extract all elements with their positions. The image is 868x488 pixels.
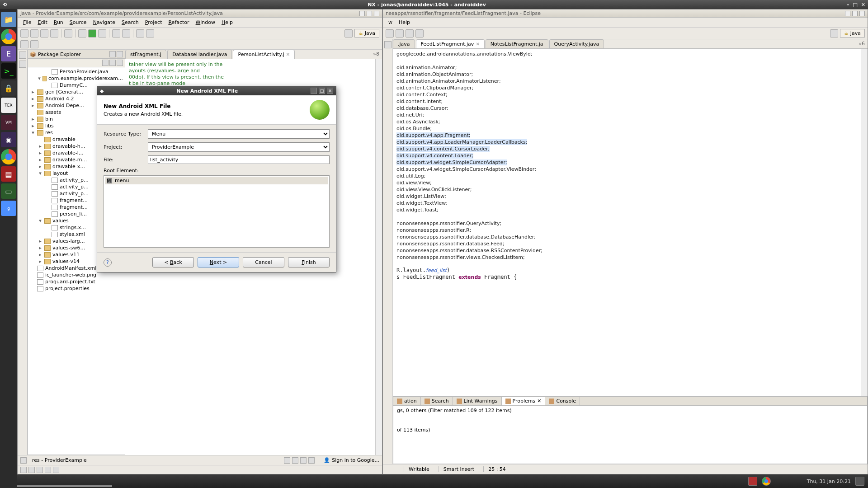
sb-i2[interactable] bbox=[292, 457, 298, 464]
launcher-eclipse-icon[interactable]: ◉ bbox=[1, 132, 16, 147]
tray-logout-icon[interactable] bbox=[855, 477, 864, 486]
back-button[interactable]: < Back bbox=[152, 257, 194, 267]
pe-max-icon[interactable] bbox=[117, 51, 123, 57]
menu-run[interactable]: Run bbox=[51, 19, 66, 26]
tb-save-icon[interactable] bbox=[30, 29, 38, 38]
rvbtn-1[interactable] bbox=[384, 41, 392, 48]
dialog-min-icon[interactable]: – bbox=[311, 88, 317, 94]
vbtn-1[interactable] bbox=[19, 52, 26, 59]
tree-item[interactable]: project.properties bbox=[28, 285, 125, 292]
dialog-max-icon[interactable]: □ bbox=[319, 88, 325, 94]
editor-tab[interactable]: .java bbox=[393, 39, 415, 48]
eclipse-left-wincontrols[interactable] bbox=[359, 11, 379, 16]
tbr-2[interactable] bbox=[396, 29, 404, 38]
persp-open-r-icon[interactable] bbox=[830, 29, 838, 38]
status-signin[interactable]: Sign in to Google... bbox=[332, 457, 379, 463]
resource-type-select[interactable]: Menu bbox=[148, 129, 330, 139]
launcher-vm-icon[interactable]: VM bbox=[1, 115, 16, 130]
tb-back-icon[interactable] bbox=[20, 40, 28, 48]
pe-collapse-icon[interactable] bbox=[102, 60, 108, 66]
launcher-translate-icon[interactable]: g bbox=[1, 201, 16, 216]
editor-right[interactable]: googlecode.androidannotations.annotation… bbox=[393, 49, 868, 396]
editor-right-scrollbar[interactable] bbox=[861, 49, 868, 396]
menu-project[interactable]: Project bbox=[142, 19, 165, 26]
tb-runlast-icon[interactable] bbox=[98, 29, 106, 38]
tb-run-icon[interactable] bbox=[88, 29, 96, 38]
pe-link-icon[interactable] bbox=[109, 60, 116, 66]
tb-newpkg-icon[interactable] bbox=[112, 29, 120, 38]
sb2-i5[interactable] bbox=[53, 467, 59, 473]
persp-java[interactable]: ☕Java bbox=[354, 29, 379, 38]
tab-overflow[interactable]: »8 bbox=[370, 50, 382, 59]
finish-button[interactable]: Finish bbox=[288, 257, 330, 267]
sb2-i1[interactable] bbox=[20, 467, 27, 473]
nx-window-controls[interactable]: –□✕ bbox=[847, 2, 865, 8]
menu-file[interactable]: File bbox=[20, 19, 34, 26]
launcher-chrome2-icon[interactable] bbox=[1, 149, 16, 164]
menu-w[interactable]: w bbox=[386, 19, 395, 26]
tab-close-icon[interactable]: ✕ bbox=[476, 42, 479, 47]
menu-help[interactable]: Help bbox=[219, 19, 236, 26]
menu-help[interactable]: Help bbox=[396, 19, 413, 26]
tb-build-icon[interactable] bbox=[64, 29, 72, 38]
persp-java-r[interactable]: ☕Java bbox=[840, 29, 865, 38]
sb2-i4[interactable] bbox=[45, 467, 51, 473]
tb-saveall-icon[interactable] bbox=[40, 29, 48, 38]
project-select[interactable]: ProviderExample bbox=[148, 142, 330, 152]
tree-item[interactable]: proguard-project.txt bbox=[28, 278, 125, 285]
menu-refactor[interactable]: Refactor bbox=[165, 19, 192, 26]
menu-source[interactable]: Source bbox=[67, 19, 90, 26]
root-element-list[interactable]: Mmenu bbox=[104, 175, 330, 248]
editor-tab[interactable]: QueryActivity.java bbox=[549, 39, 604, 48]
problems-body[interactable]: gs, 0 others (Filter matched 109 of 122 … bbox=[393, 406, 867, 464]
launcher-chrome-icon[interactable] bbox=[1, 29, 16, 44]
tbr-3[interactable] bbox=[406, 29, 414, 38]
menu-navigate[interactable]: Navigate bbox=[90, 19, 118, 26]
tb-new-icon[interactable] bbox=[20, 29, 28, 38]
eclipse-right-wincontrols[interactable] bbox=[845, 11, 865, 16]
persp-open-icon[interactable] bbox=[344, 29, 353, 38]
bottom-tab-console[interactable]: Console bbox=[545, 397, 580, 405]
bottom-tab-problems[interactable]: Problems ✕ bbox=[502, 397, 546, 405]
sb2-i2[interactable] bbox=[28, 467, 35, 473]
tb-newclass-icon[interactable] bbox=[122, 29, 130, 38]
pe-menu-icon[interactable] bbox=[117, 60, 123, 66]
launcher-monitor-icon[interactable]: ▭ bbox=[1, 183, 16, 199]
tbr-4[interactable] bbox=[415, 29, 424, 38]
next-button[interactable]: Next > bbox=[198, 257, 239, 267]
editor-tab[interactable]: DatabaseHandler.java bbox=[167, 50, 232, 59]
menu-edit[interactable]: Edit bbox=[35, 19, 50, 26]
menu-window[interactable]: Window bbox=[193, 19, 218, 26]
tab-overflow[interactable]: »6 bbox=[856, 39, 868, 48]
vbtn-2[interactable] bbox=[19, 61, 26, 68]
tb-print-icon[interactable] bbox=[50, 29, 58, 38]
sb-i3[interactable] bbox=[300, 457, 307, 464]
sb-i1[interactable] bbox=[284, 457, 290, 464]
bottom-tab-ation[interactable]: ation bbox=[393, 397, 421, 405]
launcher-files-icon[interactable]: 📁 bbox=[1, 12, 16, 27]
tree-item[interactable]: ic_launcher-web.png bbox=[28, 272, 125, 278]
launcher-tex-icon[interactable]: TEX bbox=[1, 98, 16, 113]
launcher-emacs-icon[interactable]: E bbox=[1, 46, 16, 61]
editor-tab[interactable]: PersonListActivity.j✕ bbox=[233, 50, 295, 59]
perspective-switch-r[interactable]: ☕Java bbox=[830, 29, 865, 38]
dialog-close-icon[interactable]: ✕ bbox=[327, 88, 333, 94]
sb-i4[interactable] bbox=[308, 457, 315, 464]
root-item-menu[interactable]: Mmenu bbox=[105, 177, 328, 184]
perspective-switch[interactable]: ☕Java bbox=[344, 29, 379, 38]
editor-tab[interactable]: FeedListFragment.jav✕ bbox=[416, 39, 485, 48]
tree-item[interactable]: PersonProvider.java bbox=[28, 68, 125, 75]
launcher-htop-icon[interactable]: ▤ bbox=[1, 166, 16, 182]
tbr-1[interactable] bbox=[386, 29, 394, 38]
launcher-terminal-icon[interactable]: >_ bbox=[1, 63, 16, 79]
dialog-titlebar[interactable]: ◆ New Android XML File – □ ✕ bbox=[97, 86, 336, 95]
editor-tab[interactable]: stFragment.j bbox=[125, 50, 166, 59]
pe-min-icon[interactable] bbox=[109, 51, 116, 57]
system-clock[interactable]: Thu, 31 Jan 20:21 bbox=[807, 479, 851, 484]
editor-left-scrollbar[interactable] bbox=[375, 59, 382, 455]
tb-search-icon[interactable] bbox=[136, 29, 144, 38]
launcher-keyring-icon[interactable]: 🔒 bbox=[1, 80, 16, 96]
tree-item[interactable]: ▾com.example.providerexam… bbox=[28, 75, 125, 82]
sb2-i3[interactable] bbox=[37, 467, 43, 473]
file-name-input[interactable] bbox=[148, 155, 330, 164]
